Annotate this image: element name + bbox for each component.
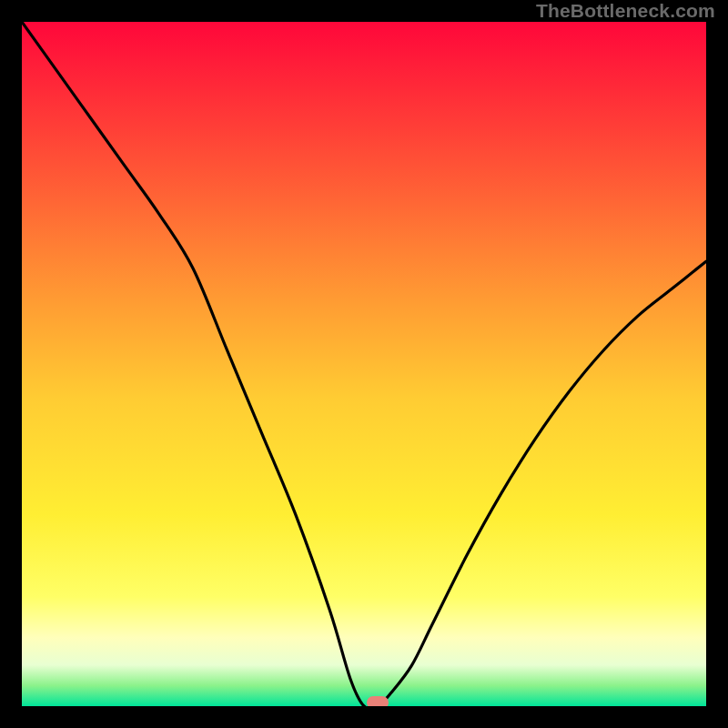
plot-area <box>22 22 706 706</box>
chart-frame: TheBottleneck.com <box>0 0 728 728</box>
optimum-marker <box>367 696 389 706</box>
watermark-text: TheBottleneck.com <box>536 0 715 22</box>
bottleneck-curve <box>22 22 706 706</box>
